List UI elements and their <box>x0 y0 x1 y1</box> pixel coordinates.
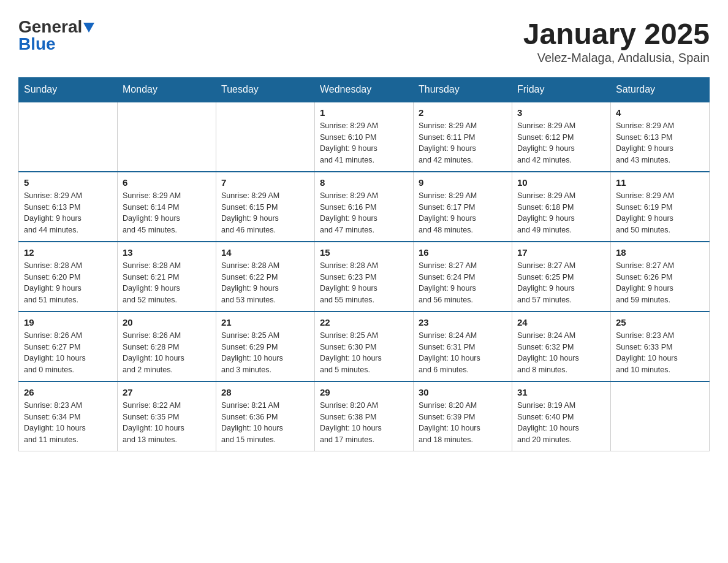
calendar-cell: 27Sunrise: 8:22 AM Sunset: 6:35 PM Dayli… <box>118 381 216 451</box>
day-number: 19 <box>24 317 112 327</box>
day-number: 27 <box>123 387 211 397</box>
day-number: 7 <box>221 177 309 188</box>
calendar-cell: 10Sunrise: 8:29 AM Sunset: 6:18 PM Dayli… <box>512 172 611 242</box>
day-info: Sunrise: 8:29 AM Sunset: 6:19 PM Dayligh… <box>616 190 704 236</box>
day-info: Sunrise: 8:26 AM Sunset: 6:28 PM Dayligh… <box>123 330 211 376</box>
day-info: Sunrise: 8:29 AM Sunset: 6:12 PM Dayligh… <box>517 120 605 166</box>
day-info: Sunrise: 8:28 AM Sunset: 6:20 PM Dayligh… <box>24 260 112 306</box>
calendar-cell: 31Sunrise: 8:19 AM Sunset: 6:40 PM Dayli… <box>512 381 611 451</box>
calendar-cell: 6Sunrise: 8:29 AM Sunset: 6:14 PM Daylig… <box>118 172 216 242</box>
day-info: Sunrise: 8:21 AM Sunset: 6:36 PM Dayligh… <box>221 400 309 446</box>
calendar-cell: 3Sunrise: 8:29 AM Sunset: 6:12 PM Daylig… <box>512 102 611 172</box>
weekday-header-monday: Monday <box>118 77 216 102</box>
day-info: Sunrise: 8:29 AM Sunset: 6:18 PM Dayligh… <box>517 190 605 236</box>
day-info: Sunrise: 8:28 AM Sunset: 6:23 PM Dayligh… <box>320 260 408 306</box>
day-info: Sunrise: 8:22 AM Sunset: 6:35 PM Dayligh… <box>123 400 211 446</box>
day-number: 30 <box>419 387 507 397</box>
weekday-header-wednesday: Wednesday <box>315 77 414 102</box>
calendar-cell: 8Sunrise: 8:29 AM Sunset: 6:16 PM Daylig… <box>315 172 414 242</box>
day-info: Sunrise: 8:28 AM Sunset: 6:21 PM Dayligh… <box>123 260 211 306</box>
day-info: Sunrise: 8:29 AM Sunset: 6:14 PM Dayligh… <box>123 190 211 236</box>
logo-general-text: General <box>18 18 82 36</box>
day-info: Sunrise: 8:27 AM Sunset: 6:24 PM Dayligh… <box>419 260 507 306</box>
calendar-cell: 20Sunrise: 8:26 AM Sunset: 6:28 PM Dayli… <box>118 312 216 381</box>
weekday-header-thursday: Thursday <box>414 77 512 102</box>
day-number: 25 <box>616 317 704 327</box>
logo-blue-text: Blue <box>18 36 56 53</box>
title-block: January 2025 Velez-Malaga, Andalusia, Sp… <box>523 18 710 65</box>
day-number: 28 <box>221 387 309 397</box>
day-number: 24 <box>517 317 605 327</box>
week-row-3: 12Sunrise: 8:28 AM Sunset: 6:20 PM Dayli… <box>19 242 710 312</box>
day-number: 2 <box>419 107 507 118</box>
day-number: 10 <box>517 177 605 188</box>
page-header: General Blue January 2025 Velez-Malaga, … <box>18 18 710 65</box>
calendar-cell <box>19 102 118 172</box>
day-number: 5 <box>24 177 112 188</box>
day-number: 20 <box>123 317 211 327</box>
day-number: 6 <box>123 177 211 188</box>
calendar-cell: 5Sunrise: 8:29 AM Sunset: 6:13 PM Daylig… <box>19 172 118 242</box>
day-number: 26 <box>24 387 112 397</box>
calendar-cell: 28Sunrise: 8:21 AM Sunset: 6:36 PM Dayli… <box>216 381 315 451</box>
day-info: Sunrise: 8:25 AM Sunset: 6:30 PM Dayligh… <box>320 330 408 376</box>
day-info: Sunrise: 8:24 AM Sunset: 6:32 PM Dayligh… <box>517 330 605 376</box>
day-number: 15 <box>320 247 408 258</box>
day-number: 8 <box>320 177 408 188</box>
weekday-header-row: SundayMondayTuesdayWednesdayThursdayFrid… <box>19 77 710 102</box>
day-number: 23 <box>419 317 507 327</box>
calendar-cell: 25Sunrise: 8:23 AM Sunset: 6:33 PM Dayli… <box>611 312 710 381</box>
calendar-cell: 2Sunrise: 8:29 AM Sunset: 6:11 PM Daylig… <box>414 102 512 172</box>
day-number: 9 <box>419 177 507 188</box>
day-info: Sunrise: 8:29 AM Sunset: 6:10 PM Dayligh… <box>320 120 408 166</box>
calendar-cell: 14Sunrise: 8:28 AM Sunset: 6:22 PM Dayli… <box>216 242 315 312</box>
day-info: Sunrise: 8:27 AM Sunset: 6:26 PM Dayligh… <box>616 260 704 306</box>
calendar-cell: 11Sunrise: 8:29 AM Sunset: 6:19 PM Dayli… <box>611 172 710 242</box>
calendar-cell: 13Sunrise: 8:28 AM Sunset: 6:21 PM Dayli… <box>118 242 216 312</box>
day-info: Sunrise: 8:29 AM Sunset: 6:17 PM Dayligh… <box>419 190 507 236</box>
day-info: Sunrise: 8:28 AM Sunset: 6:22 PM Dayligh… <box>221 260 309 306</box>
weekday-header-sunday: Sunday <box>19 77 118 102</box>
day-number: 13 <box>123 247 211 258</box>
calendar-cell: 29Sunrise: 8:20 AM Sunset: 6:38 PM Dayli… <box>315 381 414 451</box>
calendar-cell: 17Sunrise: 8:27 AM Sunset: 6:25 PM Dayli… <box>512 242 611 312</box>
calendar-cell <box>118 102 216 172</box>
day-number: 14 <box>221 247 309 258</box>
calendar-cell: 7Sunrise: 8:29 AM Sunset: 6:15 PM Daylig… <box>216 172 315 242</box>
calendar-cell <box>611 381 710 451</box>
day-number: 21 <box>221 317 309 327</box>
calendar-cell: 24Sunrise: 8:24 AM Sunset: 6:32 PM Dayli… <box>512 312 611 381</box>
calendar-cell: 16Sunrise: 8:27 AM Sunset: 6:24 PM Dayli… <box>414 242 512 312</box>
calendar-cell: 18Sunrise: 8:27 AM Sunset: 6:26 PM Dayli… <box>611 242 710 312</box>
day-info: Sunrise: 8:29 AM Sunset: 6:13 PM Dayligh… <box>616 120 704 166</box>
calendar-cell: 4Sunrise: 8:29 AM Sunset: 6:13 PM Daylig… <box>611 102 710 172</box>
page-subtitle: Velez-Malaga, Andalusia, Spain <box>523 51 710 65</box>
page-title: January 2025 <box>523 18 710 51</box>
calendar-cell: 1Sunrise: 8:29 AM Sunset: 6:10 PM Daylig… <box>315 102 414 172</box>
day-info: Sunrise: 8:29 AM Sunset: 6:16 PM Dayligh… <box>320 190 408 236</box>
weekday-header-saturday: Saturday <box>611 77 710 102</box>
calendar-cell: 30Sunrise: 8:20 AM Sunset: 6:39 PM Dayli… <box>414 381 512 451</box>
week-row-4: 19Sunrise: 8:26 AM Sunset: 6:27 PM Dayli… <box>19 312 710 381</box>
day-info: Sunrise: 8:23 AM Sunset: 6:34 PM Dayligh… <box>24 400 112 446</box>
day-info: Sunrise: 8:23 AM Sunset: 6:33 PM Dayligh… <box>616 330 704 376</box>
day-info: Sunrise: 8:29 AM Sunset: 6:15 PM Dayligh… <box>221 190 309 236</box>
day-info: Sunrise: 8:19 AM Sunset: 6:40 PM Dayligh… <box>517 400 605 446</box>
day-number: 1 <box>320 107 408 118</box>
logo: General Blue <box>18 18 94 53</box>
calendar-cell: 22Sunrise: 8:25 AM Sunset: 6:30 PM Dayli… <box>315 312 414 381</box>
calendar-cell: 12Sunrise: 8:28 AM Sunset: 6:20 PM Dayli… <box>19 242 118 312</box>
calendar-cell: 9Sunrise: 8:29 AM Sunset: 6:17 PM Daylig… <box>414 172 512 242</box>
day-info: Sunrise: 8:27 AM Sunset: 6:25 PM Dayligh… <box>517 260 605 306</box>
day-number: 29 <box>320 387 408 397</box>
calendar-cell: 15Sunrise: 8:28 AM Sunset: 6:23 PM Dayli… <box>315 242 414 312</box>
calendar-table: SundayMondayTuesdayWednesdayThursdayFrid… <box>18 77 710 451</box>
day-number: 16 <box>419 247 507 258</box>
day-number: 17 <box>517 247 605 258</box>
day-info: Sunrise: 8:24 AM Sunset: 6:31 PM Dayligh… <box>419 330 507 376</box>
week-row-1: 1Sunrise: 8:29 AM Sunset: 6:10 PM Daylig… <box>19 102 710 172</box>
week-row-5: 26Sunrise: 8:23 AM Sunset: 6:34 PM Dayli… <box>19 381 710 451</box>
calendar-cell: 23Sunrise: 8:24 AM Sunset: 6:31 PM Dayli… <box>414 312 512 381</box>
calendar-cell: 19Sunrise: 8:26 AM Sunset: 6:27 PM Dayli… <box>19 312 118 381</box>
day-number: 11 <box>616 177 704 188</box>
